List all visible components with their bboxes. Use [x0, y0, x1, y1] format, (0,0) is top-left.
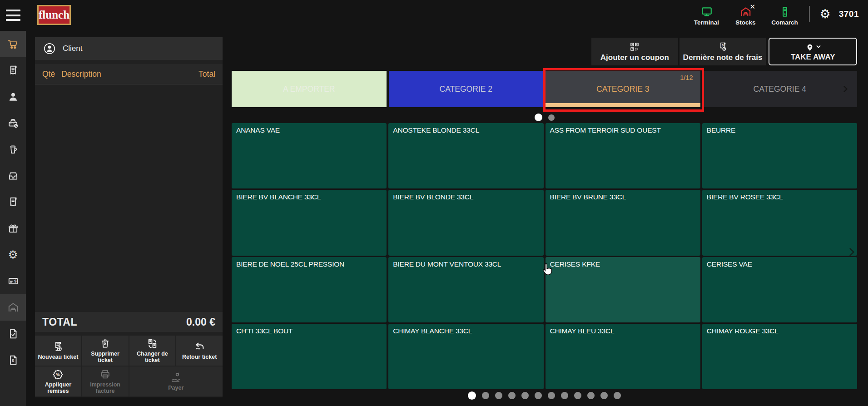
pager-dot[interactable]: [600, 392, 608, 399]
warehouse-icon: [7, 302, 19, 313]
product-label: BIERE BV BLANCHE 33CL: [236, 193, 321, 201]
sidebar-item-customer[interactable]: [0, 84, 26, 110]
total-column-header: Total: [198, 69, 215, 79]
print-invoice-button[interactable]: Impression facture: [82, 366, 129, 396]
stocks-label: Stocks: [735, 19, 755, 26]
change-ticket-button[interactable]: Changer de ticket: [129, 336, 176, 366]
return-ticket-button[interactable]: Retour ticket: [176, 336, 223, 366]
grid-next-chevron-icon[interactable]: [845, 245, 858, 259]
add-coupon-button[interactable]: Ajouter un coupon: [591, 38, 678, 65]
sidebar-item-invoice-dollar[interactable]: $: [0, 347, 26, 373]
take-away-label: TAKE AWAY: [791, 53, 835, 62]
sidebar-item-drawer[interactable]: [0, 163, 26, 189]
product-tile[interactable]: CHIMAY BLEU 33CL: [546, 324, 700, 389]
total-label: TOTAL: [42, 316, 77, 328]
sidebar-item-takeaway-cup[interactable]: [0, 136, 26, 163]
pager-dot[interactable]: [587, 392, 595, 399]
terminal-status-button[interactable]: Terminal: [687, 6, 726, 26]
ticket-icon: [7, 64, 19, 76]
product-tile[interactable]: CH'TI 33CL BOUT: [232, 324, 387, 389]
pager-dot[interactable]: [535, 114, 542, 121]
sidebar-item-warehouse[interactable]: [0, 294, 26, 321]
comarch-status-button[interactable]: Comarch: [765, 6, 804, 26]
return-ticket-label: Retour ticket: [182, 354, 217, 360]
ticket-total-row: TOTAL 0.00 €: [35, 312, 223, 332]
pager-dot[interactable]: [508, 392, 516, 399]
product-tile[interactable]: ASS FROM TERROIR SUD OUEST: [546, 123, 700, 188]
invoice-dollar-icon: $: [7, 354, 19, 366]
pager-dot[interactable]: [468, 391, 476, 400]
pay-button[interactable]: Payer: [129, 366, 223, 396]
ticket-panel: Client Qté Description Total TOTAL 0.00 …: [35, 37, 223, 397]
product-tile[interactable]: BIERE DU MONT VENTOUX 33CL: [388, 257, 543, 322]
sidebar-item-cart[interactable]: [0, 31, 26, 57]
client-button[interactable]: Client: [35, 37, 223, 60]
cash-register-icon: [7, 117, 19, 129]
product-tile[interactable]: BIERE BV ROSEE 33CL: [702, 190, 857, 255]
qty-column-header: Qté: [42, 69, 55, 79]
take-away-button[interactable]: TAKE AWAY: [769, 38, 857, 65]
tab-categorie-3[interactable]: 1/12 CATEGORIE 3: [546, 71, 700, 107]
expense-note-icon: $: [717, 41, 728, 52]
delete-ticket-label: Supprimer ticket: [84, 351, 126, 364]
sidebar-item-ticket[interactable]: [0, 57, 26, 84]
product-label: CERISES VAE: [707, 260, 752, 268]
product-label: CH'TI 33CL BOUT: [236, 327, 293, 335]
product-tile[interactable]: CERISES KFKE: [546, 257, 700, 322]
ticket-column-headers: Qté Description Total: [35, 64, 223, 84]
pager-dot[interactable]: [535, 392, 542, 399]
pager-dot[interactable]: [574, 392, 581, 399]
pager-dot[interactable]: [548, 392, 555, 399]
delete-ticket-button[interactable]: Supprimer ticket: [82, 336, 129, 366]
svg-text:%: %: [56, 372, 60, 377]
product-tile[interactable]: BIERE BV BRUNE 33CL: [546, 190, 700, 255]
station-id: 3701: [839, 9, 859, 19]
receipt-icon: [7, 196, 19, 208]
product-tile[interactable]: CHIMAY ROUGE 33CL: [702, 324, 857, 389]
tab-categorie-4[interactable]: CATEGORIE 4: [703, 71, 858, 107]
new-ticket-label: Nouveau ticket: [38, 354, 78, 360]
product-label: BIERE BV BLONDE 33CL: [393, 193, 473, 201]
product-tile[interactable]: CERISES VAE: [702, 257, 857, 322]
category-tabs: A EMPORTER CATEGORIE 2 1/12 CATEGORIE 3 …: [232, 71, 857, 107]
sidebar-item-report-check[interactable]: [0, 321, 26, 347]
pager-dot[interactable]: [614, 392, 621, 399]
tab-a-emporter[interactable]: A EMPORTER: [232, 71, 387, 107]
tabs-next-chevron-icon[interactable]: [840, 84, 851, 94]
product-label: BIERE DE NOEL 25CL PRESSION: [236, 260, 344, 268]
tab-categorie-2[interactable]: CATEGORIE 2: [389, 71, 544, 107]
sidebar-item-cheque[interactable]: $: [0, 268, 26, 294]
product-tile[interactable]: CHIMAY BLANCHE 33CL: [388, 324, 543, 389]
stocks-status-button[interactable]: ✕ Stocks: [726, 6, 765, 26]
product-tile[interactable]: BIERE BV BLONDE 33CL: [388, 190, 543, 255]
return-ticket-icon: [194, 341, 205, 352]
new-ticket-button[interactable]: Nouveau ticket: [35, 336, 81, 366]
pager-dot[interactable]: [561, 392, 568, 399]
product-tile[interactable]: ANOSTEKE BLONDE 33CL: [388, 123, 543, 188]
description-column-header: Description: [61, 69, 101, 79]
pager-dot[interactable]: [495, 392, 502, 399]
apply-discounts-button[interactable]: % Appliquer remises: [35, 366, 81, 396]
hamburger-menu-icon[interactable]: [6, 10, 20, 21]
sidebar-item-cash-register[interactable]: [0, 110, 26, 136]
ticket-actions: Nouveau ticket Supprimer ticket Changer …: [35, 336, 223, 397]
last-expense-note-button[interactable]: $ Dernière note de frais: [680, 38, 766, 65]
report-check-icon: [7, 328, 19, 340]
cheque-icon: $: [7, 275, 19, 287]
pager-dot[interactable]: [521, 392, 529, 399]
settings-gear-icon[interactable]: ⚙: [820, 8, 831, 20]
sidebar-item-gift[interactable]: [0, 215, 26, 242]
product-tile[interactable]: ANANAS VAE: [232, 123, 387, 188]
product-tile[interactable]: BIERE BV BLANCHE 33CL: [232, 190, 387, 255]
category-pager-dots: [232, 114, 857, 121]
change-ticket-icon: [147, 338, 158, 349]
client-label: Client: [63, 44, 82, 53]
pager-dot[interactable]: [482, 392, 489, 399]
header-actions: Ajouter un coupon $ Dernière note de fra…: [591, 38, 857, 65]
product-tile[interactable]: BEURRE: [702, 123, 857, 188]
product-label: ANOSTEKE BLONDE 33CL: [393, 126, 479, 134]
pager-dot[interactable]: [548, 114, 555, 121]
product-tile[interactable]: BIERE DE NOEL 25CL PRESSION: [232, 257, 387, 322]
sidebar-item-settings[interactable]: ⚙: [0, 242, 26, 268]
sidebar-item-receipt[interactable]: [0, 189, 26, 215]
